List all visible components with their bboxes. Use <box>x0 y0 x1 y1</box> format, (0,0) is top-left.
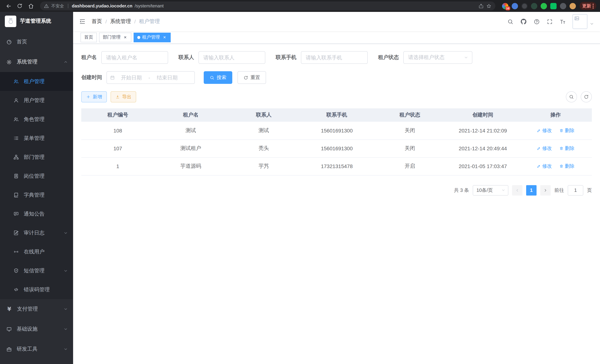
sidebar-item-infrastructure[interactable]: 基础设施 <box>0 319 73 339</box>
end-date-input[interactable] <box>151 75 183 81</box>
broken-image-icon <box>574 16 580 21</box>
chevron-right-icon <box>543 188 548 192</box>
sidebar-item-online-users[interactable]: 在线用户 <box>0 242 73 261</box>
sidebar-item-error-code[interactable]: 错误码管理 <box>0 280 73 299</box>
sidebar-item-audit-log[interactable]: 审计日志 <box>0 223 73 242</box>
sidebar-item-role[interactable]: 角色管理 <box>0 110 73 129</box>
sidebar-item-sms[interactable]: 短信管理 <box>0 261 73 280</box>
goto-page-input[interactable] <box>568 185 583 195</box>
status-select-placeholder: 请选择租户状态 <box>408 54 445 61</box>
browser-refresh-button[interactable] <box>15 1 25 11</box>
sidebar-item-payment[interactable]: ¥ 支付管理 <box>0 299 73 319</box>
tab-tenant[interactable]: 租户管理 <box>134 32 171 42</box>
extension-icon[interactable] <box>512 3 518 9</box>
help-button[interactable] <box>534 18 540 25</box>
font-size-button[interactable] <box>560 18 566 25</box>
breadcrumb-home[interactable]: 首页 <box>92 18 102 25</box>
delete-link[interactable]: 删除 <box>559 145 574 152</box>
cell-tenant-name: 测试租户 <box>154 140 227 157</box>
cell-actions: 修改 删除 <box>519 122 592 140</box>
header-search-button[interactable] <box>507 18 514 25</box>
delete-link[interactable]: 删除 <box>559 127 574 134</box>
add-button[interactable]: 新增 <box>81 91 107 103</box>
sidebar-item-menu[interactable]: 菜单管理 <box>0 129 73 148</box>
browser-home-button[interactable] <box>26 1 36 11</box>
app-title: 芋道管理系统 <box>20 18 51 25</box>
page-size-select[interactable]: 10条/页 <box>473 185 508 195</box>
sidebar-item-label: 系统管理 <box>17 59 38 65</box>
edit-link[interactable]: 修改 <box>537 145 552 152</box>
avatar[interactable] <box>572 14 587 29</box>
sidebar-item-dict[interactable]: 字典管理 <box>0 186 73 205</box>
delete-link[interactable]: 删除 <box>559 163 574 169</box>
fullscreen-button[interactable] <box>547 18 553 25</box>
sidebar-item-tenant[interactable]: 租户管理 <box>0 72 73 91</box>
page-number-button[interactable]: 1 <box>526 185 536 195</box>
sidebar-item-label: 用户管理 <box>24 97 45 104</box>
col-created: 创建时间 <box>446 108 519 122</box>
edit-link-label: 修改 <box>542 145 552 152</box>
user-avatar-dropdown[interactable] <box>572 14 594 29</box>
extension-icon[interactable] <box>541 3 547 9</box>
address-bar[interactable]: 不安全 dashboard.yudao.iocoder.cn /system/t… <box>40 1 495 10</box>
edit-link[interactable]: 修改 <box>537 163 552 169</box>
sidebar-item-label: 在线用户 <box>24 248 45 255</box>
tab-home[interactable]: 首页 <box>81 32 97 42</box>
tenant-name-label: 租户名 <box>81 54 97 61</box>
phone-input[interactable] <box>301 51 368 64</box>
extension-icon[interactable] <box>531 3 537 9</box>
search-button[interactable]: 搜索 <box>204 71 232 84</box>
sidebar-item-user[interactable]: 用户管理 <box>0 91 73 110</box>
reset-button[interactable]: 重置 <box>237 71 266 84</box>
breadcrumb-system[interactable]: 系统管理 <box>110 18 131 25</box>
sidebar-toggle-button[interactable] <box>79 18 86 25</box>
bookmark-star-icon[interactable] <box>486 3 492 9</box>
prev-page-button[interactable] <box>512 185 523 195</box>
toggle-search-button[interactable] <box>566 91 577 103</box>
close-icon <box>123 36 127 39</box>
extension-icon[interactable] <box>570 3 576 9</box>
github-link[interactable] <box>520 18 527 25</box>
extension-icon[interactable] <box>550 3 557 9</box>
edit-link[interactable]: 修改 <box>537 127 552 134</box>
status-select[interactable]: 请选择租户状态 <box>403 51 472 64</box>
github-icon <box>520 18 527 25</box>
extension-icon[interactable] <box>521 3 528 9</box>
sidebar-item-dept[interactable]: 部门管理 <box>0 148 73 167</box>
sidebar-item-label: 审计日志 <box>24 230 45 236</box>
browser-update-button[interactable]: 更新 <box>580 2 596 10</box>
delete-link-label: 删除 <box>565 163 574 169</box>
tenant-name-input[interactable] <box>101 51 168 64</box>
cell-contact: 测试 <box>227 122 300 140</box>
extension-icon[interactable] <box>560 3 566 9</box>
chevron-down-icon <box>64 231 68 235</box>
security-label[interactable]: 不安全 <box>51 3 64 9</box>
date-range-picker[interactable]: - <box>106 71 195 84</box>
tab-close-icon[interactable] <box>122 35 128 40</box>
sidebar: 芋道管理系统 首页 系统管理 租户管理 <box>0 12 73 364</box>
browser-back-button[interactable] <box>4 1 13 11</box>
tab-close-icon[interactable] <box>162 35 167 40</box>
extension-icon[interactable]: 10 <box>502 3 508 9</box>
share-icon[interactable] <box>478 3 484 9</box>
sidebar-item-notice[interactable]: 通知公告 <box>0 205 73 223</box>
kebab-menu-icon[interactable] <box>593 3 594 8</box>
refresh-table-button[interactable] <box>581 91 592 103</box>
sidebar-item-dev-tools[interactable]: 研发工具 <box>0 339 73 359</box>
cell-created: 2021-12-14 20:49:44 <box>446 140 519 157</box>
sidebar-item-post[interactable]: 岗位管理 <box>0 167 73 186</box>
trash-icon <box>559 146 564 151</box>
tab-dept[interactable]: 部门管理 <box>99 32 131 42</box>
start-date-input[interactable] <box>116 75 147 81</box>
date-range-separator: - <box>148 75 151 81</box>
caret-down-icon <box>590 21 594 26</box>
logo-image <box>5 15 16 27</box>
sidebar-item-home[interactable]: 首页 <box>0 32 73 52</box>
next-page-button[interactable] <box>540 185 551 195</box>
contact-input[interactable] <box>198 51 265 64</box>
export-button[interactable]: 导出 <box>111 91 136 103</box>
page-unit-label: 页 <box>587 187 592 194</box>
filter-contact: 联系人 <box>178 51 265 64</box>
sidebar-logo[interactable]: 芋道管理系统 <box>0 12 73 30</box>
sidebar-item-system[interactable]: 系统管理 <box>0 52 73 72</box>
